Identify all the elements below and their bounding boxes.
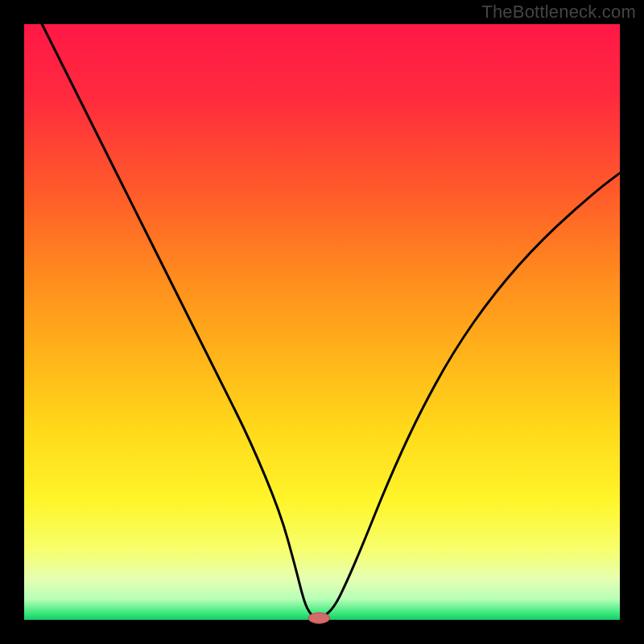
optimal-marker: [308, 613, 330, 623]
chart-frame: TheBottleneck.com: [0, 0, 644, 644]
plot-background: [24, 24, 620, 620]
bottleneck-chart: [0, 0, 644, 644]
watermark-text: TheBottleneck.com: [481, 2, 636, 23]
